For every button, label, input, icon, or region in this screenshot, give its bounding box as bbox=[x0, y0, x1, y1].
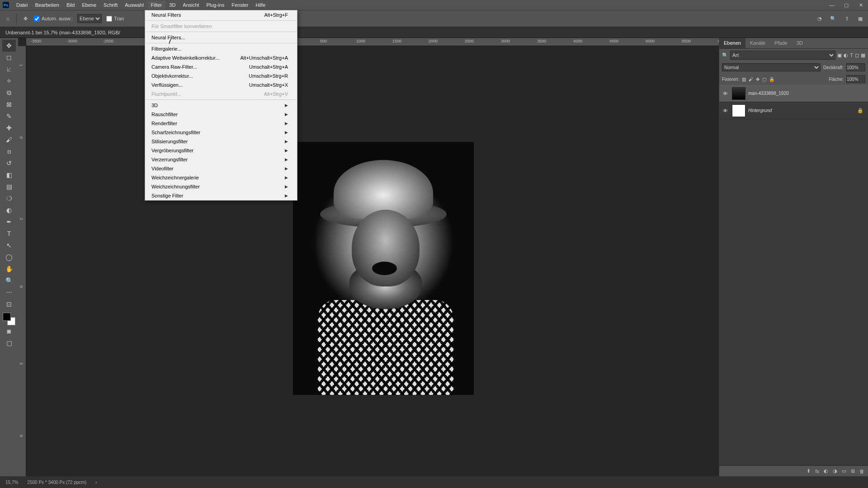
workspace-icon[interactable]: ▦ bbox=[856, 14, 864, 23]
menu-bearbeiten[interactable]: Bearbeiten bbox=[32, 1, 63, 9]
color-swatches[interactable] bbox=[3, 313, 15, 325]
menu-datei[interactable]: Datei bbox=[13, 1, 32, 9]
mi-renderfilter[interactable]: Renderfilter▶ bbox=[145, 119, 297, 128]
menu-fenster[interactable]: Fenster bbox=[228, 1, 252, 9]
history-brush-tool[interactable]: ↺ bbox=[2, 157, 16, 169]
menu-hilfe[interactable]: Hilfe bbox=[252, 1, 269, 9]
filter-pixel-icon[interactable]: ▣ bbox=[837, 52, 842, 58]
search-icon[interactable]: 🔍 bbox=[722, 52, 728, 58]
share-icon[interactable]: ⇪ bbox=[843, 14, 851, 23]
mi-objektivkorrektur[interactable]: Objektivkorrektur...Umschalt+Strg+R bbox=[145, 71, 297, 80]
lock-icon[interactable]: 🔒 bbox=[857, 108, 863, 113]
mi-videofilter[interactable]: Videofilter▶ bbox=[145, 164, 297, 173]
eyedropper-tool[interactable]: ✎ bbox=[2, 110, 16, 122]
layer-thumbnail[interactable] bbox=[732, 104, 745, 117]
mi-sonstige[interactable]: Sonstige Filter▶ bbox=[145, 191, 297, 200]
mi-recent-filter[interactable]: Neural FiltersAlt+Strg+F bbox=[145, 10, 297, 19]
group-icon[interactable]: ▭ bbox=[842, 468, 846, 474]
menu-bild[interactable]: Bild bbox=[63, 1, 78, 9]
mi-verzerrung[interactable]: Verzerrungsfilter▶ bbox=[145, 155, 297, 164]
eraser-tool[interactable]: ◧ bbox=[2, 169, 16, 181]
zoom-tool[interactable]: 🔍 bbox=[2, 275, 16, 286]
dodge-tool[interactable]: ◐ bbox=[2, 204, 16, 216]
layer-name[interactable]: man-4333898_1920 bbox=[748, 91, 789, 96]
mi-weichzeichnergalerie[interactable]: Weichzeichnergalerie▶ bbox=[145, 173, 297, 182]
mask-icon[interactable]: ◐ bbox=[824, 468, 828, 474]
mi-neural-filters[interactable]: Neural Filters... bbox=[145, 33, 297, 42]
home-icon[interactable]: ⌂ bbox=[4, 14, 12, 23]
more-tools[interactable]: ⋯ bbox=[2, 286, 16, 298]
fx-icon[interactable]: fx bbox=[815, 469, 819, 474]
path-tool[interactable]: ↖ bbox=[2, 239, 16, 251]
wand-tool[interactable]: ✧ bbox=[2, 75, 16, 87]
move-tool[interactable]: ✥ bbox=[2, 40, 16, 52]
auto-select-type[interactable]: Ebene bbox=[77, 14, 102, 23]
tab-kanaele[interactable]: Kanäle bbox=[745, 38, 770, 48]
menu-schrift[interactable]: Schrift bbox=[100, 1, 121, 9]
mi-verfluessigen[interactable]: Verflüssigen...Umschalt+Strg+X bbox=[145, 80, 297, 89]
lock-pos-icon[interactable]: ✥ bbox=[756, 77, 760, 82]
mi-weichzeichnung[interactable]: Weichzeichnungsfilter▶ bbox=[145, 182, 297, 191]
menu-plugins[interactable]: Plug-ins bbox=[203, 1, 228, 9]
menu-auswahl[interactable]: Auswahl bbox=[121, 1, 147, 9]
tab-3d[interactable]: 3D bbox=[792, 38, 807, 48]
mi-3d[interactable]: 3D▶ bbox=[145, 101, 297, 110]
mi-filtergalerie[interactable]: Filtergalerie... bbox=[145, 44, 297, 53]
new-layer-icon[interactable]: ⊞ bbox=[851, 468, 855, 474]
layer-row[interactable]: 👁 man-4333898_1920 bbox=[719, 85, 868, 102]
hand-tool[interactable]: ✋ bbox=[2, 263, 16, 275]
layer-thumbnail[interactable] bbox=[732, 87, 745, 100]
frame-tool[interactable]: ⊠ bbox=[2, 99, 16, 110]
pen-tool[interactable]: ✒ bbox=[2, 216, 16, 228]
transform-controls-checkbox[interactable]: Tran bbox=[106, 16, 124, 22]
opacity-input[interactable] bbox=[846, 63, 865, 71]
filter-type-icon[interactable]: T bbox=[850, 52, 853, 58]
mi-vergroeberung[interactable]: Vergröberungsfilter▶ bbox=[145, 146, 297, 155]
horizontal-ruler[interactable]: -3500 -3000 -2500 0 500 1000 1500 2000 2… bbox=[26, 38, 719, 46]
layer-row[interactable]: 👁 Hintergrund 🔒 bbox=[719, 102, 868, 119]
search-icon[interactable]: 🔍 bbox=[829, 14, 837, 23]
tab-pfade[interactable]: Pfade bbox=[770, 38, 792, 48]
menu-filter[interactable]: Filter bbox=[147, 1, 165, 9]
marquee-tool[interactable]: ◻ bbox=[2, 52, 16, 63]
tab-ebenen[interactable]: Ebenen bbox=[719, 38, 745, 48]
menu-ansicht[interactable]: Ansicht bbox=[179, 1, 203, 9]
document-tab[interactable]: Unbenannt-1 bei 15,7% (man-4333898_1920,… bbox=[0, 28, 126, 37]
menu-3d[interactable]: 3D bbox=[165, 1, 179, 9]
mi-camera-raw[interactable]: Camera Raw-Filter...Umschalt+Strg+A bbox=[145, 62, 297, 71]
visibility-toggle[interactable]: 👁 bbox=[721, 91, 729, 96]
stamp-tool[interactable]: ⧈ bbox=[2, 145, 16, 157]
edit-toolbar[interactable]: ⊡ bbox=[2, 298, 16, 310]
window-close[interactable]: ✕ bbox=[854, 0, 868, 10]
filter-adjust-icon[interactable]: ◐ bbox=[844, 52, 848, 58]
fill-input[interactable] bbox=[846, 75, 865, 83]
doc-dimensions[interactable]: 2500 Px * 3400 Px (72 ppcm) bbox=[27, 480, 86, 485]
gradient-tool[interactable]: ▤ bbox=[2, 181, 16, 192]
window-maximize[interactable]: ▢ bbox=[839, 0, 854, 10]
mi-rauschfilter[interactable]: Rauschfilter▶ bbox=[145, 110, 297, 119]
layer-filter-type[interactable]: Art bbox=[730, 51, 835, 60]
shape-tool[interactable]: ◯ bbox=[2, 251, 16, 263]
mi-stilisierung[interactable]: Stilisierungsfilter▶ bbox=[145, 137, 297, 146]
auto-select-checkbox[interactable]: Autom. ausw.: bbox=[34, 16, 73, 22]
cloud-icon[interactable]: ◔ bbox=[816, 14, 824, 23]
status-more[interactable]: › bbox=[95, 480, 97, 485]
window-minimize[interactable]: — bbox=[825, 0, 839, 10]
brush-tool[interactable]: 🖌 bbox=[2, 134, 16, 145]
delete-layer-icon[interactable]: 🗑 bbox=[859, 469, 864, 474]
filter-smart-icon[interactable]: ▦ bbox=[861, 52, 865, 58]
lock-all-icon[interactable]: 🔒 bbox=[769, 77, 774, 82]
quickmask-toggle[interactable]: ◙ bbox=[2, 325, 16, 337]
vertical-ruler[interactable]: 1 0 2 0 3 0 bbox=[18, 46, 26, 476]
lock-trans-icon[interactable]: ▨ bbox=[742, 77, 746, 82]
crop-tool[interactable]: ⧉ bbox=[2, 87, 16, 99]
mi-scharfzeichnung[interactable]: Scharfzeichnungsfilter▶ bbox=[145, 128, 297, 137]
mi-weitwinkel[interactable]: Adaptive Weitwinkelkorrektur...Alt+Umsch… bbox=[145, 53, 297, 62]
visibility-toggle[interactable]: 👁 bbox=[721, 108, 729, 113]
layer-name[interactable]: Hintergrund bbox=[748, 108, 772, 113]
heal-tool[interactable]: ✚ bbox=[2, 122, 16, 134]
filter-shape-icon[interactable]: ◻ bbox=[855, 52, 859, 58]
blur-tool[interactable]: ❍ bbox=[2, 192, 16, 204]
screenmode-toggle[interactable]: ▢ bbox=[2, 337, 16, 349]
adjustment-icon[interactable]: ◑ bbox=[833, 468, 837, 474]
